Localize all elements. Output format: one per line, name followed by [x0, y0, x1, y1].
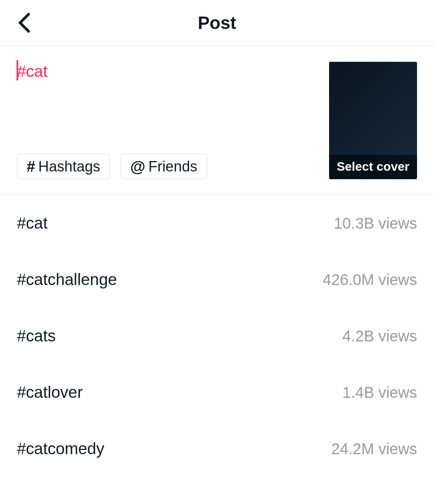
caption-input[interactable]: #cat: [17, 62, 321, 81]
suggestion-tag: #cats: [17, 327, 56, 345]
caption-value: #cat: [17, 62, 47, 80]
suggestion-row[interactable]: #catcomedy 24.2M views: [17, 421, 417, 477]
suggestion-views: 24.2M views: [331, 440, 417, 458]
suggestion-views: 426.0M views: [323, 271, 417, 288]
suggestion-views: 1.4B views: [343, 384, 417, 401]
back-icon: [17, 13, 32, 33]
suggestion-row[interactable]: #cats 4.2B views: [17, 308, 417, 364]
suggestion-tag: #catcomedy: [17, 440, 104, 458]
suggestion-tag: #catchallenge: [17, 270, 117, 289]
suggestion-views: 4.2B views: [343, 328, 417, 345]
suggestion-views: 10.3B views: [334, 215, 417, 232]
friends-chip-label: Friends: [149, 159, 198, 174]
text-cursor: [17, 60, 18, 80]
cover-label: Select cover: [329, 155, 417, 179]
compose-area: #cat # Hashtags @ Friends Select cover: [0, 46, 434, 195]
hashtags-chip[interactable]: # Hashtags: [17, 154, 110, 179]
hashtag-suggestions: #cat 10.3B views #catchallenge 426.0M vi…: [0, 195, 434, 477]
back-button[interactable]: [17, 13, 32, 33]
suggestion-row[interactable]: #catchallenge 426.0M views: [17, 251, 417, 308]
hashtags-chip-label: Hashtags: [38, 159, 100, 174]
suggestion-row[interactable]: #catlover 1.4B views: [17, 364, 417, 421]
mention-icon: @: [130, 159, 145, 174]
cover-thumbnail[interactable]: Select cover: [329, 62, 417, 179]
suggestion-tag: #catlover: [17, 383, 83, 402]
page-title: Post: [198, 12, 236, 33]
header: Post: [0, 0, 434, 46]
suggestion-row[interactable]: #cat 10.3B views: [17, 195, 417, 251]
hashtag-icon: #: [27, 159, 35, 174]
suggestion-tag: #cat: [17, 214, 47, 232]
compose-left: #cat # Hashtags @ Friends: [17, 62, 321, 179]
chip-row: # Hashtags @ Friends: [17, 154, 321, 179]
friends-chip[interactable]: @ Friends: [121, 154, 207, 179]
